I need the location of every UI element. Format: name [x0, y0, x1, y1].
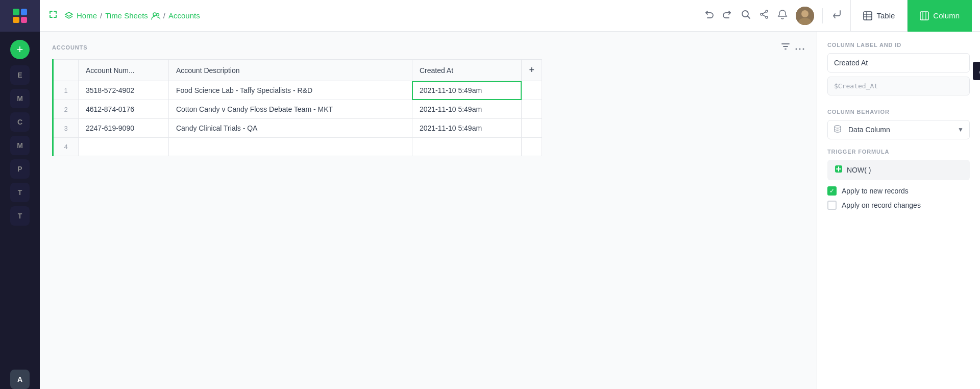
cell-rownum-4: 4	[53, 138, 79, 156]
cell-extra-1	[522, 81, 542, 100]
svg-point-16	[796, 48, 797, 50]
view-tabs: Table Column	[850, 0, 972, 32]
filter-icon[interactable]	[781, 42, 790, 53]
sidebar-item-m1[interactable]: M	[10, 89, 30, 108]
column-behavior-select[interactable]: Data Column Formula Column Button Column	[827, 120, 970, 139]
sidebar-item-a[interactable]: A	[10, 370, 30, 389]
breadcrumb: Home / Time Sheets / Accounts	[64, 11, 200, 20]
svg-rect-13	[920, 12, 928, 20]
cell-account-num-2[interactable]: 4612-874-0176	[79, 100, 169, 119]
topbar-actions	[704, 7, 842, 25]
database-icon	[834, 125, 842, 135]
sidebar-item-t1[interactable]: T	[10, 183, 30, 202]
apply-on-changes-label: Apply on record changes	[842, 201, 921, 209]
cell-rownum-3: 3	[53, 119, 79, 138]
logo-dot	[13, 17, 19, 23]
table-row: 4	[53, 138, 542, 156]
apply-new-records-checkbox[interactable]: ✓	[827, 186, 837, 196]
cell-account-num-4[interactable]	[79, 138, 169, 156]
table-row: 2 4612-874-0176 Cotton Candy v Candy Flo…	[53, 100, 542, 119]
logo-dot	[13, 9, 19, 15]
redo-icon[interactable]	[722, 9, 732, 22]
link-icon-button[interactable]	[973, 62, 980, 80]
trigger-formula-box[interactable]: NOW( )	[827, 160, 970, 180]
tab-table-label: Table	[876, 11, 895, 20]
sidebar-nav: E M C M P T T A	[0, 65, 40, 389]
cell-rownum-2: 2	[53, 100, 79, 119]
column-label-input[interactable]	[827, 53, 970, 72]
svg-point-17	[799, 48, 801, 50]
breadcrumb-layers-icon	[64, 11, 74, 20]
cell-extra-3	[522, 119, 542, 138]
cell-created-at-4[interactable]	[412, 138, 522, 156]
app-logo	[0, 0, 40, 32]
cell-account-num-1[interactable]: 3518-572-4902	[79, 81, 169, 100]
svg-point-18	[803, 48, 804, 50]
table-area: ACCOUNTS	[40, 32, 817, 389]
enter-icon[interactable]	[831, 9, 842, 22]
sidebar-item-e[interactable]: E	[10, 65, 30, 85]
right-panel: COLUMN LABEL AND ID COLUMN BEHAVIOR	[817, 32, 980, 389]
table-row: 1 3518-572-4902 Food Science Lab - Taffy…	[53, 81, 542, 100]
cell-created-at-3[interactable]: 2021-11-10 5:49am	[412, 119, 522, 138]
share-icon[interactable]	[759, 9, 769, 22]
col-header-description[interactable]: Account Description	[168, 60, 412, 81]
expand-icon[interactable]	[48, 9, 58, 22]
logo-dot	[21, 9, 28, 15]
sidebar-item-c[interactable]: C	[10, 112, 30, 132]
cell-extra-4	[522, 138, 542, 156]
formula-value: NOW( )	[847, 166, 871, 174]
more-icon[interactable]	[795, 43, 804, 52]
cell-account-num-3[interactable]: 2247-619-9090	[79, 119, 169, 138]
table-row: 3 2247-619-9090 Candy Clinical Trials - …	[53, 119, 542, 138]
cell-created-at-2[interactable]: 2021-11-10 5:49am	[412, 100, 522, 119]
tab-column[interactable]: Column	[907, 0, 972, 32]
section-header: ACCOUNTS	[52, 42, 804, 53]
cell-description-3[interactable]: Candy Clinical Trials - QA	[168, 119, 412, 138]
add-button[interactable]: +	[10, 40, 30, 59]
cell-description-4[interactable]	[168, 138, 412, 156]
svg-point-3	[766, 10, 768, 12]
col-add-button[interactable]: +	[522, 60, 542, 81]
svg-point-0	[153, 13, 156, 16]
section-actions	[781, 42, 804, 53]
formula-icon	[835, 165, 843, 175]
tab-table[interactable]: Table	[850, 0, 907, 32]
topbar: Home / Time Sheets / Accounts	[40, 0, 980, 32]
cell-created-at-1[interactable]: 2021-11-10 5:49am	[412, 81, 522, 100]
undo-icon[interactable]	[704, 9, 714, 22]
col-header-account-num[interactable]: Account Num...	[79, 60, 169, 81]
svg-point-19	[835, 126, 841, 128]
sidebar-item-m2[interactable]: M	[10, 136, 30, 155]
svg-rect-9	[864, 12, 872, 20]
svg-point-7	[801, 10, 808, 17]
apply-on-changes-checkbox[interactable]	[827, 201, 837, 210]
cell-description-2[interactable]: Cotton Candy v Candy Floss Debate Team -…	[168, 100, 412, 119]
breadcrumb-sep1: /	[100, 11, 102, 20]
sidebar-item-p[interactable]: P	[10, 159, 30, 179]
select-arrow-icon: ▼	[958, 126, 964, 133]
logo-dot	[21, 17, 28, 23]
column-behavior-section-title: COLUMN BEHAVIOR	[827, 109, 970, 115]
apply-new-records-row[interactable]: ✓ Apply to new records	[827, 186, 970, 196]
breadcrumb-sep2: /	[163, 11, 165, 20]
notification-icon[interactable]	[777, 9, 788, 22]
content-area: ACCOUNTS	[40, 32, 980, 389]
breadcrumb-accounts[interactable]: Accounts	[168, 11, 200, 20]
cell-extra-2	[522, 100, 542, 119]
avatar[interactable]	[796, 7, 814, 25]
apply-on-changes-row[interactable]: Apply on record changes	[827, 201, 970, 210]
breadcrumb-home[interactable]: Home	[77, 11, 97, 20]
col-header-created-at[interactable]: Created At	[412, 60, 522, 81]
section-title: ACCOUNTS	[52, 44, 87, 51]
column-id-input[interactable]	[827, 77, 970, 95]
svg-point-4	[761, 13, 763, 15]
search-icon[interactable]	[741, 9, 751, 22]
apply-new-records-label: Apply to new records	[842, 187, 909, 195]
sidebar-item-t2[interactable]: T	[10, 206, 30, 226]
cell-description-1[interactable]: Food Science Lab - Taffy Specialists - R…	[168, 81, 412, 100]
col-header-rownum	[53, 60, 79, 81]
breadcrumb-timesheets[interactable]: Time Sheets	[105, 11, 148, 20]
column-behavior-select-wrapper: Data Column Formula Column Button Column…	[827, 120, 970, 139]
data-table: Account Num... Account Description Creat…	[52, 59, 542, 156]
